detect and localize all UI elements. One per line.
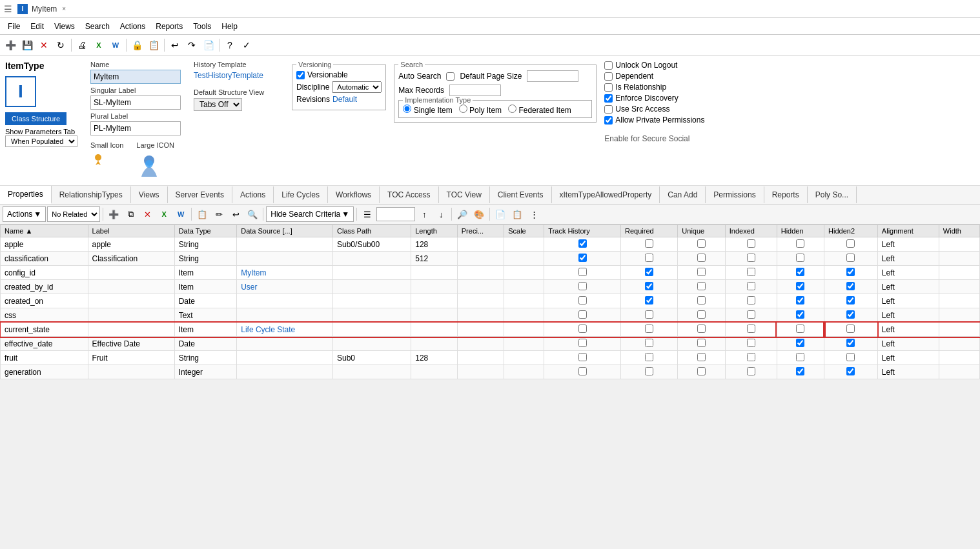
show-params-dropdown[interactable]: When Populated Always Never [5, 135, 77, 147]
grid-checkbox[interactable] [747, 310, 755, 319]
menu-edit[interactable]: Edit [25, 21, 49, 32]
tb-add[interactable]: ➕ [3, 37, 18, 53]
grid-checkbox[interactable] [796, 353, 804, 361]
table-row[interactable]: cssTextLeft [1, 308, 980, 323]
tab-life-cycles[interactable]: Life Cycles [274, 186, 328, 203]
grid-checkbox[interactable] [697, 282, 706, 290]
grid-checkbox[interactable] [846, 254, 855, 262]
tb-check[interactable]: ✓ [239, 37, 254, 53]
table-row[interactable]: effective_dateEffective DateDateLeft [1, 337, 980, 351]
hide-search-button[interactable]: Hide Search Criteria ▼ [266, 206, 354, 222]
grid-excel-btn[interactable]: X [156, 206, 172, 222]
col-scale[interactable]: Scale [504, 225, 544, 237]
menu-reports[interactable]: Reports [150, 21, 188, 32]
tab-server-events[interactable]: Server Events [168, 186, 232, 203]
tab-properties[interactable]: Properties [0, 186, 52, 204]
grid-checkbox[interactable] [578, 324, 587, 333]
grid-checkbox[interactable] [645, 310, 653, 319]
dependent-checkbox[interactable] [604, 72, 613, 81]
grid-checkbox[interactable] [645, 339, 653, 347]
grid-checkbox[interactable] [578, 367, 587, 375]
col-length[interactable]: Length [411, 225, 458, 237]
auto-search-checkbox[interactable] [446, 72, 454, 81]
col-label[interactable]: Label [88, 225, 174, 237]
grid-checkbox[interactable] [796, 239, 804, 248]
col-hidden2[interactable]: Hidden2 [824, 225, 878, 237]
tb-help[interactable]: ? [222, 37, 238, 53]
col-width[interactable]: Width [939, 225, 979, 237]
class-structure-button[interactable]: Class Structure [5, 112, 66, 125]
grid-color-btn[interactable]: 🎨 [471, 206, 487, 222]
grid-checkbox[interactable] [846, 296, 855, 304]
grid-undo-btn[interactable]: ↩ [228, 206, 243, 222]
grid-copy2-btn[interactable]: 📄 [493, 206, 508, 222]
table-row[interactable]: created_onDateLeft [1, 294, 980, 308]
grid-checkbox[interactable] [796, 296, 804, 304]
grid-container[interactable]: Name ▲ Label Data Type Data Source [...]… [0, 225, 980, 549]
grid-checkbox[interactable] [697, 268, 706, 276]
grid-checkbox[interactable] [747, 296, 755, 304]
tab-can-add[interactable]: Can Add [660, 186, 706, 203]
tab-toc-view[interactable]: TOC View [439, 186, 490, 203]
poly-item-radio[interactable] [459, 105, 467, 113]
col-hidden[interactable]: Hidden [777, 225, 824, 237]
col-indexed[interactable]: Indexed [725, 225, 777, 237]
tab-permissions[interactable]: Permissions [706, 186, 764, 203]
tab-views[interactable]: Views [131, 186, 168, 203]
grid-checkbox[interactable] [697, 353, 706, 361]
grid-checkbox[interactable] [578, 310, 587, 319]
col-required[interactable]: Required [620, 225, 677, 237]
grid-checkbox[interactable] [846, 324, 855, 333]
tab-client-events[interactable]: Client Events [490, 186, 552, 203]
tb-save[interactable]: 💾 [19, 37, 35, 53]
grid-delete-btn[interactable]: ✕ [139, 206, 155, 222]
singular-input[interactable] [90, 95, 181, 110]
table-row[interactable]: config_idItemMyItemLeft [1, 266, 980, 280]
grid-checkbox[interactable] [697, 310, 706, 319]
table-row[interactable]: fruitFruitStringSub0128Left [1, 351, 980, 365]
grid-paste-btn[interactable]: 📋 [509, 206, 525, 222]
grid-checkbox[interactable] [796, 367, 804, 375]
title-bar-close[interactable]: × [62, 5, 66, 12]
grid-checkbox[interactable] [578, 296, 587, 304]
grid-checkbox[interactable] [645, 268, 653, 276]
tb-word[interactable]: W [108, 37, 123, 53]
grid-checkbox[interactable] [578, 353, 587, 361]
menu-actions[interactable]: Actions [115, 21, 150, 32]
grid-word-btn[interactable]: W [173, 206, 189, 222]
col-track-history[interactable]: Track History [544, 225, 621, 237]
grid-checkbox[interactable] [697, 296, 706, 304]
grid-list-btn[interactable]: ☰ [360, 206, 375, 222]
revisions-link[interactable]: Default [332, 95, 357, 104]
col-data-source[interactable]: Data Source [...] [237, 225, 333, 237]
tab-xitemtype[interactable]: xItemTypeAllowedProperty [552, 186, 660, 203]
grid-checkbox[interactable] [645, 239, 653, 248]
tb-delete[interactable]: ✕ [36, 37, 52, 53]
grid-checkbox[interactable] [747, 339, 755, 347]
versionable-checkbox[interactable] [296, 71, 305, 79]
no-related-select[interactable]: No Related Related All [47, 206, 100, 222]
grid-checkbox[interactable] [796, 282, 804, 290]
col-alignment[interactable]: Alignment [877, 225, 939, 237]
grid-checkbox[interactable] [796, 254, 804, 262]
grid-more-btn[interactable]: ⋮ [526, 206, 542, 222]
grid-checkbox[interactable] [697, 367, 706, 375]
tb-excel[interactable]: X [91, 37, 107, 53]
col-preci[interactable]: Preci... [457, 225, 504, 237]
menu-help[interactable]: Help [216, 21, 243, 32]
grid-checkbox[interactable] [846, 282, 855, 290]
grid-checkbox[interactable] [747, 282, 755, 290]
grid-checkbox[interactable] [846, 353, 855, 361]
grid-checkbox[interactable] [747, 254, 755, 262]
grid-checkbox[interactable] [697, 324, 706, 333]
col-name[interactable]: Name ▲ [1, 225, 88, 237]
tab-actions[interactable]: Actions [232, 186, 274, 203]
history-link[interactable]: TestHistoryTemplate [194, 71, 284, 80]
max-records-input[interactable] [449, 85, 501, 96]
grid-checkbox[interactable] [697, 239, 706, 248]
tab-workflows[interactable]: Workflows [328, 186, 380, 203]
tb-lock[interactable]: 🔒 [129, 37, 145, 53]
federated-item-radio[interactable] [508, 105, 516, 113]
grid-checkbox[interactable] [796, 310, 804, 319]
table-row[interactable]: created_by_idItemUserLeft [1, 280, 980, 294]
